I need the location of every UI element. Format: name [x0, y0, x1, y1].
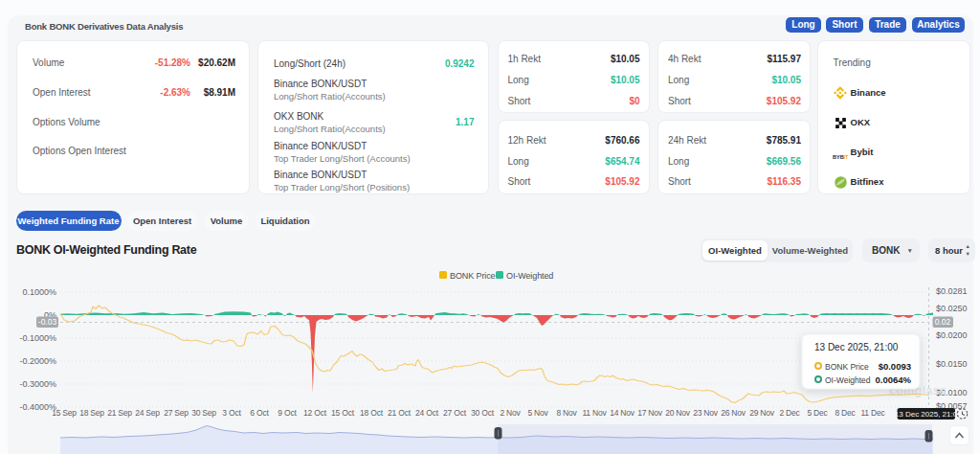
svg-text:5 Dec: 5 Dec [807, 408, 828, 418]
svg-text:-0.3000%: -0.3000% [19, 379, 56, 389]
svg-text:13 Dec 2025, 21:00: 13 Dec 2025, 21:00 [814, 342, 899, 352]
svg-text:27 Sep: 27 Sep [164, 408, 189, 418]
svg-text:21 Sep: 21 Sep [107, 408, 132, 418]
svg-text:BYB: BYB [833, 154, 844, 160]
svg-text:13 Dec 2025, 21:0: 13 Dec 2025, 21:0 [895, 410, 958, 419]
svg-text:18 Oct: 18 Oct [360, 408, 384, 418]
svg-text:18 Sep: 18 Sep [79, 408, 104, 418]
svg-text:BONK Price: BONK Price [825, 362, 869, 372]
svg-text:11 Nov: 11 Nov [582, 408, 607, 418]
svg-text:30 Oct: 30 Oct [471, 408, 495, 418]
svg-text:9 Oct: 9 Oct [278, 408, 297, 418]
svg-text:BONK Price: BONK Price [450, 271, 496, 281]
svg-text:0.0064%: 0.0064% [875, 375, 911, 385]
svg-text:OI-Weighted: OI-Weighted [506, 271, 553, 281]
svg-text:14 Nov: 14 Nov [610, 408, 635, 418]
svg-text:-0.1000%: -0.1000% [19, 333, 56, 343]
svg-text:2 Nov: 2 Nov [500, 408, 521, 418]
svg-text:-0.03: -0.03 [38, 317, 57, 327]
svg-text:8 Nov: 8 Nov [556, 408, 577, 418]
svg-text:$0.0093: $0.0093 [879, 361, 911, 372]
svg-text:24 Oct: 24 Oct [415, 408, 439, 418]
svg-text:15 Oct: 15 Oct [331, 408, 355, 418]
svg-text:27 Oct: 27 Oct [443, 408, 467, 418]
svg-text:IT: IT [843, 154, 849, 160]
svg-text:OI-Weighted: OI-Weighted [825, 375, 871, 385]
svg-text:15 Sep: 15 Sep [52, 408, 77, 418]
svg-text:29 Nov: 29 Nov [749, 408, 775, 418]
svg-text:$0.0200: $0.0200 [936, 330, 968, 340]
svg-text:21 Oct: 21 Oct [388, 408, 412, 418]
svg-text:11 Dec: 11 Dec [860, 408, 885, 418]
svg-text:-0.2000%: -0.2000% [19, 356, 56, 366]
svg-text:17 Nov: 17 Nov [637, 408, 663, 418]
svg-text:5 Nov: 5 Nov [527, 408, 548, 418]
svg-text:30 Sep: 30 Sep [191, 408, 216, 418]
svg-text:$0.0150: $0.0150 [936, 359, 968, 369]
svg-text:26 Nov: 26 Nov [721, 408, 746, 418]
svg-text:0.02: 0.02 [935, 317, 951, 327]
svg-text:8 Dec: 8 Dec [835, 408, 856, 418]
svg-text:6 Oct: 6 Oct [250, 408, 269, 418]
svg-text:2 Dec: 2 Dec [779, 408, 800, 418]
svg-text:23 Nov: 23 Nov [693, 408, 719, 418]
svg-text:$0.0250: $0.0250 [936, 304, 968, 313]
svg-text:24 Sep: 24 Sep [135, 408, 160, 418]
svg-text:20 Nov: 20 Nov [665, 408, 691, 418]
svg-text:3 Oct: 3 Oct [222, 408, 241, 418]
svg-text:0.1000%: 0.1000% [22, 287, 56, 297]
svg-text:$0.0281: $0.0281 [936, 286, 968, 296]
svg-text:12 Oct: 12 Oct [303, 408, 327, 418]
